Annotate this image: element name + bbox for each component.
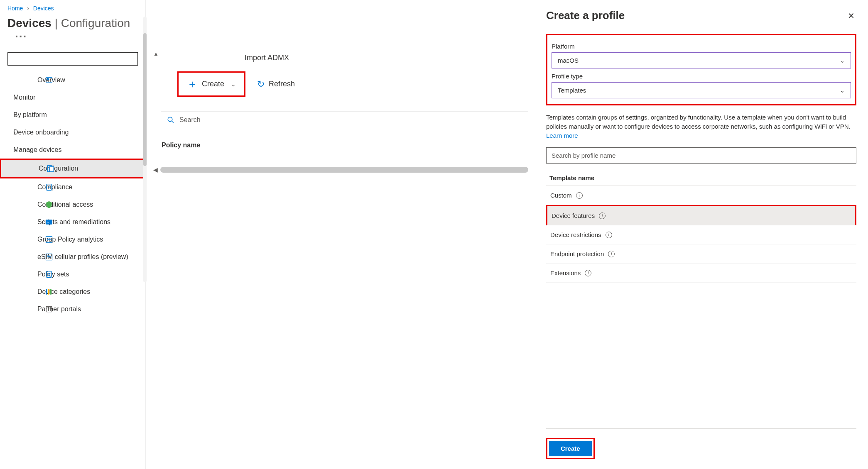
svg-rect-1 [47,78,49,80]
nav-icon [22,253,31,261]
search-icon [167,116,174,124]
policy-search[interactable]: Search [161,112,528,128]
profile-type-label: Profile type [552,73,851,80]
sidebar-item-configuration[interactable]: Configuration [0,159,145,178]
sidebar-item-scripts-and-remediations[interactable]: >_Scripts and remediations [0,213,145,231]
svg-rect-17 [48,289,49,294]
sidebar-search[interactable]: « [7,52,138,66]
create-profile-panel: Create a profile ✕ Platform macOS ⌄ Prof… [536,0,868,469]
svg-rect-3 [49,166,54,172]
template-name-header[interactable]: Template name [546,170,856,186]
template-item-label: Device features [552,212,595,219]
sidebar-item-policy-sets[interactable]: Policy sets [0,266,145,283]
page-title-main: Devices [7,17,51,29]
breadcrumb-home[interactable]: Home [7,5,23,12]
breadcrumb-devices[interactable]: Devices [33,5,54,12]
scroll-left-icon[interactable]: ◀ [153,166,158,173]
scroll-up-icon[interactable]: ▲ [153,51,159,57]
sidebar-item-label: Monitor [13,94,35,101]
nav-icon: >_ [22,218,31,226]
templates-description: Templates contain groups of settings, or… [546,113,856,140]
template-item-extensions[interactable]: Extensionsi [546,264,856,283]
sidebar-item-conditional-access[interactable]: Conditional access [0,196,145,213]
sidebar-item-compliance[interactable]: Compliance [0,178,145,196]
main-content: ▲ Import ADMX ＋ Create ⌄ ↻ Refresh Searc… [145,0,536,469]
import-admx-button[interactable]: Import ADMX [245,54,289,62]
svg-rect-14 [47,271,51,278]
create-profile-button[interactable]: Create [549,441,592,456]
search-placeholder: Search [179,116,201,124]
info-icon[interactable]: i [608,251,615,257]
nav-icon [22,200,31,209]
template-item-label: Extensions [550,269,581,276]
profile-type-select[interactable]: Templates ⌄ [552,82,851,98]
profile-type-value: Templates [558,87,586,94]
template-item-label: Custom [550,192,572,199]
svg-rect-18 [50,289,51,294]
sidebar-item-label: Partner portals [37,305,81,313]
column-header-policy-name[interactable]: Policy name [153,136,528,155]
sidebar-item-device-categories[interactable]: Device categories [0,283,145,300]
template-list: CustomiDevice featuresiDevice restrictio… [546,186,856,283]
sidebar-item-device-onboarding[interactable]: Device onboarding [0,124,145,141]
create-label: Create [202,80,224,88]
horizontal-scrollbar[interactable]: ◀ [153,166,528,173]
panel-footer: Create [546,428,856,459]
svg-rect-0 [46,77,52,82]
svg-line-21 [172,121,174,123]
chevron-down-icon: ⌄ [840,87,845,94]
nav-icon [22,270,31,278]
chevron-down-icon: ⌄ [840,57,845,64]
template-item-device-features[interactable]: Device featuresi [546,205,856,225]
sidebar-scrollbar[interactable] [143,17,147,282]
info-icon[interactable]: i [576,192,583,199]
svg-rect-10 [46,254,52,260]
nav-icon [22,183,31,191]
close-icon[interactable]: ✕ [846,9,856,22]
sidebar-item-label: By platform [13,111,47,119]
learn-more-link[interactable]: Learn more [546,132,578,139]
sidebar-item-label: Manage devices [13,146,62,154]
sidebar-item-partner-portals[interactable]: Partner portals [0,300,145,318]
breadcrumb: Home › Devices [0,5,145,15]
sidebar-item-by-platform[interactable]: By platform [0,106,145,124]
platform-select[interactable]: macOS ⌄ [552,52,851,68]
more-menu-icon[interactable]: ··· [15,30,27,43]
info-icon[interactable]: i [606,232,612,238]
refresh-label: Refresh [269,80,295,88]
page-title: Devices | Configuration ··· [0,15,145,51]
sidebar-item-label: Compliance [37,183,72,191]
sidebar-item-group-policy-analytics[interactable]: Group Policy analytics [0,231,145,248]
info-icon[interactable]: i [599,213,606,219]
template-item-label: Endpoint protection [550,250,604,257]
sidebar-item-label: Configuration [39,165,78,172]
sidebar-item-manage-devices[interactable]: Manage devices [0,141,145,159]
svg-text:>_: >_ [47,220,51,224]
sidebar-item-label: Policy sets [37,271,69,278]
nav-icon [24,164,32,173]
breadcrumb-separator: › [27,5,29,12]
create-button[interactable]: ＋ Create ⌄ [177,71,245,97]
sidebar-item-label: Device onboarding [13,129,69,136]
nav-icon [22,305,31,313]
refresh-button[interactable]: ↻ Refresh [257,79,295,90]
template-item-device-restrictions[interactable]: Device restrictionsi [546,225,856,244]
page-title-sub: | Configuration [55,17,130,29]
plus-icon: ＋ [187,77,198,91]
panel-title: Create a profile [546,9,625,22]
nav-icon [22,76,31,84]
template-search[interactable]: Search by profile name [546,147,856,164]
platform-profile-block: Platform macOS ⌄ Profile type Templates … [546,34,856,105]
platform-label: Platform [552,43,851,50]
template-item-label: Device restrictions [550,231,601,238]
template-item-endpoint-protection[interactable]: Endpoint protectioni [546,244,856,264]
template-search-placeholder: Search by profile name [552,152,615,159]
svg-rect-16 [46,289,47,294]
sidebar-item-esim-cellular-profiles-preview-[interactable]: eSIM cellular profiles (preview) [0,248,145,266]
template-item-custom[interactable]: Customi [546,186,856,205]
info-icon[interactable]: i [585,270,591,276]
sidebar-item-monitor[interactable]: Monitor [0,89,145,106]
sidebar-item-overview[interactable]: Overview [0,71,145,89]
nav-icon [22,235,31,244]
svg-point-20 [168,117,172,122]
